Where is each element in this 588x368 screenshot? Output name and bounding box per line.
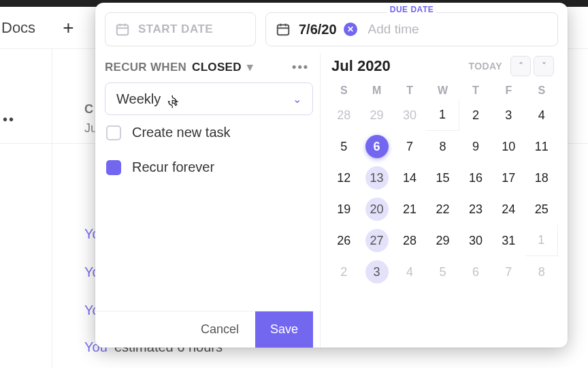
- cancel-button[interactable]: Cancel: [190, 317, 250, 342]
- bg-text: C: [84, 102, 94, 117]
- dow-label: M: [360, 85, 393, 97]
- calendar-day[interactable]: 29: [426, 225, 459, 256]
- calendar-day[interactable]: 8: [525, 256, 558, 288]
- calendar-day[interactable]: 17: [492, 162, 525, 194]
- calendar-day[interactable]: 2: [327, 256, 360, 288]
- cursor-icon: [167, 94, 182, 114]
- add-time-button[interactable]: Add time: [368, 22, 419, 37]
- option-label: Create new task: [132, 125, 231, 140]
- calendar-icon: [276, 22, 291, 37]
- vertical-divider: [320, 53, 321, 348]
- recur-forever-option[interactable]: Recur forever: [105, 150, 313, 185]
- calendar-day[interactable]: 19: [327, 194, 360, 225]
- recurrence-settings: RECUR WHEN CLOSED ▾ ••• Weekly ⌄ Create …: [105, 53, 313, 348]
- calendar-day[interactable]: 7: [492, 256, 525, 288]
- chevron-down-icon: ⌄: [293, 93, 301, 106]
- dow-label: W: [426, 85, 459, 97]
- calendar-day[interactable]: 4: [393, 256, 426, 288]
- calendar-day[interactable]: 1: [525, 225, 558, 256]
- calendar-day[interactable]: 3: [492, 99, 525, 131]
- calendar-day[interactable]: 20: [360, 194, 393, 225]
- calendar-day[interactable]: 28: [327, 99, 360, 131]
- clear-due-date-button[interactable]: ✕: [344, 22, 357, 36]
- recur-state: CLOSED: [192, 61, 242, 74]
- modal-footer: Cancel Save: [95, 311, 313, 348]
- calendar-day[interactable]: 30: [459, 225, 492, 256]
- chevron-down-icon: ▾: [247, 60, 253, 74]
- dow-label: S: [327, 85, 360, 97]
- calendar-day[interactable]: 15: [426, 162, 459, 194]
- frequency-value: Weekly: [116, 91, 161, 107]
- svg-rect-1: [278, 25, 289, 35]
- dow-label: T: [393, 85, 426, 97]
- calendar-day[interactable]: 14: [393, 162, 426, 194]
- calendar-day[interactable]: 18: [525, 162, 558, 194]
- create-new-task-option[interactable]: Create new task: [105, 115, 313, 150]
- calendar-day[interactable]: 9: [459, 131, 492, 162]
- calendar: Jul 2020 TODAY ˄ ˅ SMTWTFS 2829301234567…: [327, 53, 558, 348]
- calendar-day[interactable]: 26: [327, 225, 360, 256]
- checkbox-icon[interactable]: [106, 125, 121, 140]
- calendar-day[interactable]: 30: [393, 99, 426, 131]
- calendar-day[interactable]: 25: [525, 194, 558, 225]
- dow-label: T: [459, 85, 492, 97]
- calendar-day[interactable]: 27: [360, 225, 393, 256]
- calendar-day[interactable]: 10: [492, 131, 525, 162]
- date-row: START DATE DUE DATE 7/6/20 ✕ Add time: [95, 3, 568, 53]
- calendar-day[interactable]: 21: [393, 194, 426, 225]
- docs-tab[interactable]: Docs: [0, 19, 35, 37]
- calendar-day[interactable]: 22: [426, 194, 459, 225]
- calendar-day[interactable]: 5: [327, 131, 360, 162]
- more-options-icon[interactable]: •••: [292, 60, 313, 74]
- calendar-day[interactable]: 8: [426, 131, 459, 162]
- svg-rect-0: [117, 25, 129, 35]
- due-date-label: DUE DATE: [387, 5, 436, 14]
- frequency-select[interactable]: Weekly ⌄: [105, 82, 313, 115]
- calendar-day[interactable]: 29: [360, 99, 393, 131]
- recur-trigger-select[interactable]: RECUR WHEN CLOSED ▾ •••: [105, 57, 313, 82]
- due-date-input[interactable]: DUE DATE 7/6/20 ✕ Add time: [265, 12, 558, 46]
- dow-label: S: [525, 85, 558, 97]
- calendar-day[interactable]: 31: [492, 225, 525, 256]
- calendar-day[interactable]: 12: [327, 162, 360, 194]
- due-date-value: 7/6/20: [299, 22, 337, 37]
- calendar-day[interactable]: 13: [360, 162, 393, 194]
- today-button[interactable]: TODAY: [469, 61, 502, 72]
- calendar-day[interactable]: 24: [492, 194, 525, 225]
- calendar-day[interactable]: 1: [426, 99, 459, 131]
- dow-label: F: [492, 85, 525, 97]
- option-label: Recur forever: [132, 159, 214, 175]
- calendar-day[interactable]: 6: [459, 256, 492, 288]
- recurrence-modal: START DATE DUE DATE 7/6/20 ✕ Add time RE…: [95, 3, 568, 348]
- add-icon[interactable]: +: [63, 17, 74, 39]
- calendar-icon: [115, 22, 130, 37]
- calendar-day[interactable]: 16: [459, 162, 492, 194]
- start-date-input[interactable]: START DATE: [105, 12, 256, 46]
- calendar-grid: 2829301234567891011121314151617181920212…: [327, 99, 558, 288]
- calendar-day[interactable]: 6: [360, 131, 393, 162]
- calendar-day[interactable]: 4: [525, 99, 558, 131]
- calendar-day[interactable]: 2: [459, 99, 492, 131]
- recur-label: RECUR WHEN: [105, 61, 186, 74]
- calendar-dow-row: SMTWTFS: [327, 80, 558, 99]
- calendar-day[interactable]: 28: [393, 225, 426, 256]
- bg-divider: [52, 49, 52, 368]
- calendar-day[interactable]: 23: [459, 194, 492, 225]
- next-month-button[interactable]: ˅: [534, 56, 554, 76]
- bg-more-icon[interactable]: ••: [3, 112, 15, 127]
- calendar-day[interactable]: 11: [525, 131, 558, 162]
- calendar-day[interactable]: 7: [393, 131, 426, 162]
- calendar-month: Jul 2020: [331, 57, 391, 75]
- prev-month-button[interactable]: ˄: [510, 56, 531, 76]
- start-date-placeholder: START DATE: [138, 22, 213, 36]
- calendar-day[interactable]: 3: [360, 256, 393, 288]
- save-button[interactable]: Save: [255, 311, 313, 348]
- checkbox-checked-icon[interactable]: [106, 160, 121, 175]
- calendar-day[interactable]: 5: [426, 256, 459, 288]
